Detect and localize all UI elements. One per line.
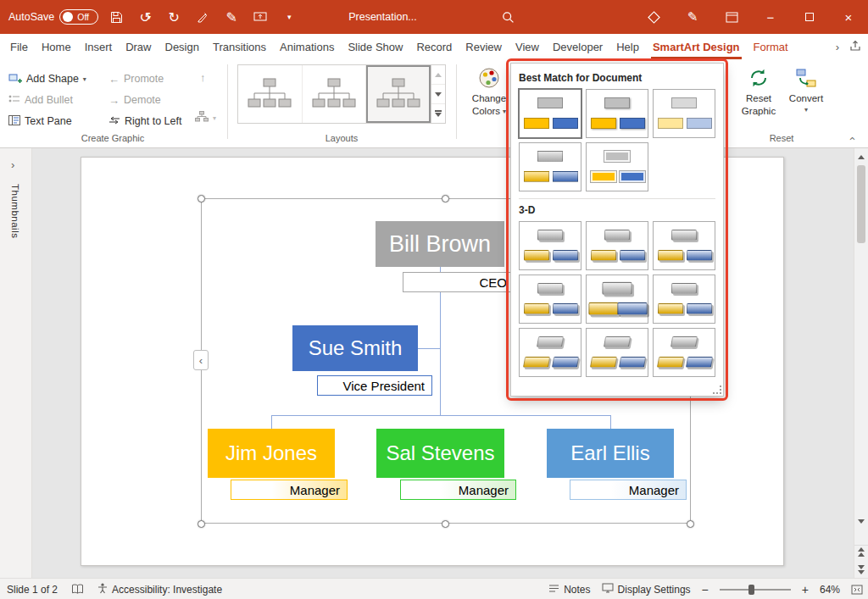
thumbnails-pane-collapsed[interactable]: › Thumbnails <box>0 148 32 578</box>
panel-resize-grip[interactable] <box>713 385 721 394</box>
org-role-manager-1[interactable]: Manager <box>231 480 348 500</box>
draw-pen-icon[interactable]: ✎ <box>673 0 712 34</box>
vertical-scrollbar[interactable] <box>854 148 868 578</box>
org-role-manager-3[interactable]: Manager <box>570 480 687 500</box>
style-best-match-4[interactable] <box>519 142 581 191</box>
minimize-button[interactable]: − <box>751 0 790 34</box>
pen-icon[interactable]: ✎ <box>220 5 242 29</box>
selection-handle-top-middle[interactable] <box>442 195 449 202</box>
tab-home[interactable]: Home <box>35 34 78 59</box>
share-icon[interactable] <box>849 40 861 54</box>
quick-access-more-icon[interactable]: ▾ <box>278 5 300 29</box>
expand-thumbnails-icon[interactable]: › <box>11 158 14 171</box>
zoom-slider-thumb[interactable] <box>748 585 754 595</box>
style-3d-4[interactable] <box>519 275 581 324</box>
style-3d-2[interactable] <box>586 221 648 270</box>
org-box-ceo[interactable]: Bill Brown <box>376 221 504 267</box>
search-icon[interactable] <box>498 5 520 29</box>
style-3d-3[interactable] <box>653 221 715 270</box>
gallery-scroll-up-button[interactable] <box>431 65 445 85</box>
present-to-display-icon[interactable] <box>249 5 271 29</box>
display-settings-button[interactable]: Display Settings <box>602 583 691 596</box>
proofing-icon[interactable] <box>71 584 84 595</box>
autosave-switch[interactable]: Off <box>59 9 98 25</box>
tab-transitions[interactable]: Transitions <box>206 34 273 59</box>
undo-dropdown-icon[interactable]: ▾ <box>147 14 151 21</box>
scroll-up-button[interactable] <box>854 150 868 164</box>
org-box-manager-3[interactable]: Earl Ellis <box>547 429 674 478</box>
style-3d-1[interactable] <box>519 221 581 270</box>
notes-button[interactable]: Notes <box>548 584 590 596</box>
scrollbar-thumb[interactable] <box>857 165 865 243</box>
add-shape-button[interactable]: Add Shape ▾ <box>8 69 86 88</box>
selection-handle-top-left[interactable] <box>198 195 205 202</box>
fit-slide-to-window-icon[interactable] <box>851 585 863 595</box>
autosave-toggle[interactable]: AutoSave Off <box>8 9 98 25</box>
convert-button[interactable]: Convert ▾ <box>785 63 827 114</box>
selection-handle-bottom-left[interactable] <box>198 520 205 528</box>
switch-windows-icon[interactable] <box>712 0 751 34</box>
selection-handle-bottom-middle[interactable] <box>442 520 449 528</box>
tab-smartart-design[interactable]: SmartArt Design <box>646 34 747 59</box>
tab-file[interactable]: File <box>3 34 35 59</box>
tab-draw[interactable]: Draw <box>119 34 158 59</box>
style-best-match-2[interactable] <box>586 89 648 138</box>
style-best-match-3[interactable] <box>653 89 715 138</box>
org-role-ceo[interactable]: CEO <box>403 272 515 292</box>
style-best-match-5[interactable] <box>586 142 648 191</box>
org-box-manager-1[interactable]: Jim Jones <box>208 429 335 478</box>
right-to-left-button[interactable]: Right to Left <box>108 112 181 130</box>
style-3d-9[interactable] <box>653 328 715 377</box>
close-button[interactable]: × <box>829 0 868 34</box>
layout-option-2[interactable] <box>303 65 367 123</box>
zoom-level[interactable]: 64% <box>820 584 840 596</box>
slide-indicator[interactable]: Slide 1 of 2 <box>7 584 58 596</box>
redo-button[interactable]: ↻ <box>163 5 185 29</box>
tab-record[interactable]: Record <box>409 34 459 59</box>
style-3d-7[interactable] <box>519 328 581 377</box>
change-colors-button[interactable]: Change Colors▾ <box>464 63 515 116</box>
tab-format[interactable]: Format <box>747 34 795 59</box>
reset-graphic-button[interactable]: Reset Graphic <box>736 63 782 116</box>
promote-button[interactable]: ← Promote <box>108 69 164 88</box>
collapse-ribbon-icon[interactable]: › <box>845 136 858 140</box>
org-role-manager-2[interactable]: Manager <box>400 480 516 500</box>
text-pane-button[interactable]: Text Pane <box>8 112 72 130</box>
layout-dropdown-button[interactable]: ▾ <box>195 108 216 127</box>
style-3d-6[interactable] <box>653 275 715 324</box>
tab-animations[interactable]: Animations <box>273 34 341 59</box>
ribbon-overflow-chevron-icon[interactable]: › <box>836 41 839 53</box>
tab-design[interactable]: Design <box>159 34 206 59</box>
org-box-vice-president[interactable]: Sue Smith <box>292 325 418 371</box>
next-slide-button[interactable] <box>854 563 868 576</box>
tab-view[interactable]: View <box>509 34 546 59</box>
tab-insert[interactable]: Insert <box>78 34 120 59</box>
gallery-more-button[interactable] <box>431 104 445 123</box>
selection-handle-bottom-right[interactable] <box>687 520 694 528</box>
tab-review[interactable]: Review <box>459 34 509 59</box>
designer-icon[interactable] <box>634 0 673 34</box>
maximize-button[interactable] <box>790 0 829 34</box>
org-role-vice-president[interactable]: Vice President <box>317 375 432 396</box>
tab-help[interactable]: Help <box>609 34 646 59</box>
save-icon[interactable] <box>105 5 127 29</box>
move-up-button[interactable]: ↑ <box>200 68 206 86</box>
layout-option-3[interactable] <box>366 65 431 123</box>
accessibility-checker[interactable]: Accessibility: Investigate <box>97 583 222 596</box>
previous-slide-button[interactable] <box>854 545 868 558</box>
add-bullet-button[interactable]: Add Bullet <box>8 91 73 109</box>
org-box-manager-2[interactable]: Sal Stevens <box>376 429 504 478</box>
style-3d-8[interactable] <box>586 328 648 377</box>
scroll-down-button[interactable] <box>854 514 868 528</box>
text-pane-toggle-button[interactable]: ‹ <box>193 350 209 370</box>
undo-button[interactable]: ↺▾ <box>134 5 156 29</box>
format-painter-icon[interactable] <box>192 5 214 29</box>
tab-developer[interactable]: Developer <box>546 34 609 59</box>
style-3d-5[interactable] <box>586 275 648 324</box>
zoom-out-button[interactable]: − <box>702 583 709 596</box>
demote-button[interactable]: → Demote <box>108 91 161 109</box>
gallery-scroll-down-button[interactable] <box>431 85 445 104</box>
style-best-match-1[interactable] <box>519 89 581 138</box>
zoom-in-button[interactable]: + <box>802 583 809 596</box>
tab-slide-show[interactable]: Slide Show <box>341 34 409 59</box>
